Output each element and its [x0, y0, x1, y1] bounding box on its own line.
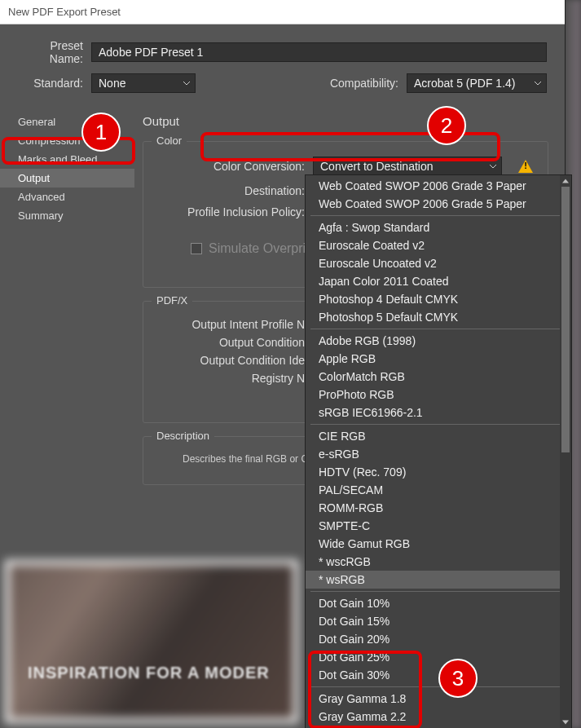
menu-item[interactable]: Dot Gain 15%: [306, 612, 571, 630]
menu-item[interactable]: Photoshop 4 Default CMYK: [306, 290, 571, 308]
sidebar-item-compression[interactable]: Compression: [0, 131, 134, 150]
color-legend: Color: [152, 135, 187, 147]
output-condition-label: Output Condition: [158, 336, 313, 349]
menu-item[interactable]: SMPTE-C: [306, 517, 571, 535]
menu-item[interactable]: Euroscale Uncoated v2: [306, 254, 571, 272]
panel-title: Output: [143, 114, 548, 128]
menu-item[interactable]: Wide Gamut RGB: [306, 535, 571, 553]
menu-separator: [310, 686, 566, 687]
scroll-thumb[interactable]: [561, 187, 570, 452]
sidebar-item-advanced[interactable]: Advanced: [0, 188, 134, 206]
destination-dropdown-menu[interactable]: Web Coated SWOP 2006 Grade 3 PaperWeb Co…: [305, 174, 572, 728]
simulate-overprint-label: Simulate Overprint: [209, 241, 317, 256]
menu-item[interactable]: sRGB IEC61966-2.1: [306, 404, 571, 421]
menu-item[interactable]: * wsRGB: [306, 571, 571, 589]
pdfx-legend: PDF/X: [152, 294, 192, 307]
dropdown-scrollbar[interactable]: [560, 175, 571, 728]
menu-item[interactable]: CIE RGB: [306, 427, 571, 445]
menu-item[interactable]: e-sRGB: [306, 445, 571, 463]
destination-label: Destination:: [158, 184, 313, 197]
menu-item[interactable]: Dot Gain 20%: [306, 630, 571, 648]
compatibility-select[interactable]: Acrobat 5 (PDF 1.4): [407, 73, 547, 93]
sidebar-item-output[interactable]: Output: [0, 169, 134, 188]
warning-icon: [518, 160, 533, 173]
menu-item[interactable]: HDTV (Rec. 709): [306, 463, 571, 481]
preset-name-input[interactable]: [91, 42, 547, 62]
registry-name-label: Registry N: [158, 372, 313, 385]
standard-select[interactable]: None: [91, 73, 196, 93]
background-document-caption: INSPIRATION FOR A MODER: [28, 664, 270, 682]
menu-item[interactable]: Web Coated SWOP 2006 Grade 5 Paper: [306, 195, 571, 213]
color-conversion-label: Color Conversion:: [158, 160, 313, 173]
scroll-up-arrow-icon[interactable]: [560, 175, 571, 187]
sidebar-item-general[interactable]: General: [0, 113, 134, 131]
standard-value: None: [99, 77, 125, 90]
menu-separator: [310, 591, 566, 592]
menu-item[interactable]: Gray Gamma 1.8: [306, 690, 571, 708]
menu-item[interactable]: Japan Color 2011 Coated: [306, 272, 571, 290]
menu-item[interactable]: * wscRGB: [306, 553, 571, 571]
menu-item[interactable]: Dot Gain 25%: [306, 648, 571, 666]
sidebar: GeneralCompressionMarks and BleedOutputA…: [0, 108, 134, 505]
menu-item[interactable]: Web Coated SWOP 2006 Grade 3 Paper: [306, 177, 571, 195]
menu-item[interactable]: Dot Gain 10%: [306, 594, 571, 612]
color-conversion-select[interactable]: Convert to Destination: [313, 157, 502, 176]
inclusion-policy-label: Profile Inclusion Policy:: [158, 205, 313, 218]
sidebar-item-summary[interactable]: Summary: [0, 206, 134, 225]
menu-item[interactable]: ProPhoto RGB: [306, 386, 571, 404]
menu-item[interactable]: ColorMatch RGB: [306, 368, 571, 386]
menu-item[interactable]: Dot Gain 30%: [306, 666, 571, 684]
description-legend: Description: [152, 430, 214, 442]
output-condition-id-label: Output Condition Ide: [158, 354, 313, 367]
menu-item[interactable]: Euroscale Coated v2: [306, 236, 571, 254]
menu-separator: [310, 424, 566, 425]
menu-item[interactable]: Adobe RGB (1998): [306, 332, 571, 350]
compatibility-value: Acrobat 5 (PDF 1.4): [414, 77, 516, 90]
color-conversion-value: Convert to Destination: [320, 160, 434, 173]
compatibility-label: Compatibility:: [330, 77, 407, 90]
background-document-preview: [5, 560, 298, 723]
output-intent-profile-label: Output Intent Profile N: [158, 318, 313, 331]
menu-separator: [310, 215, 566, 216]
menu-item[interactable]: Agfa : Swop Standard: [306, 218, 571, 236]
menu-separator: [310, 329, 566, 329]
menu-item[interactable]: ROMM-RGB: [306, 499, 571, 517]
preset-name-label: Preset Name:: [18, 39, 91, 65]
title-bar: New PDF Export Preset: [0, 0, 565, 24]
sidebar-item-marks-and-bleed[interactable]: Marks and Bleed: [0, 150, 134, 169]
dialog-header: Preset Name: Standard: None Compatibilit…: [0, 24, 565, 108]
simulate-overprint-checkbox[interactable]: [191, 243, 202, 254]
menu-item[interactable]: Apple RGB: [306, 350, 571, 368]
standard-label: Standard:: [18, 77, 91, 90]
menu-item[interactable]: Gray Gamma 2.2: [306, 708, 571, 726]
scroll-down-arrow-icon[interactable]: [560, 717, 571, 728]
menu-item[interactable]: PAL/SECAM: [306, 481, 571, 499]
menu-item[interactable]: Photoshop 5 Default CMYK: [306, 308, 571, 326]
window-title: New PDF Export Preset: [8, 6, 121, 18]
